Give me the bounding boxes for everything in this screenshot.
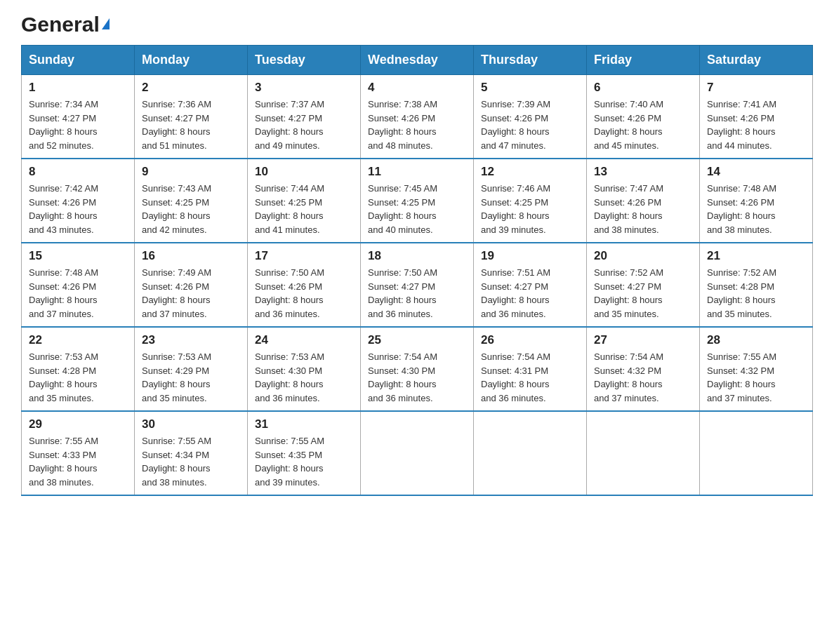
- logo: General: [21, 14, 110, 32]
- day-number: 13: [594, 165, 692, 179]
- calendar-table: SundayMondayTuesdayWednesdayThursdayFrid…: [21, 45, 813, 496]
- day-number: 4: [368, 81, 466, 95]
- header-tuesday: Tuesday: [248, 46, 361, 75]
- day-info: Sunrise: 7:50 AM Sunset: 4:27 PM Dayligh…: [368, 267, 437, 319]
- day-info: Sunrise: 7:38 AM Sunset: 4:26 PM Dayligh…: [368, 99, 437, 151]
- logo-triangle-icon: [102, 18, 110, 29]
- calendar-cell: 18 Sunrise: 7:50 AM Sunset: 4:27 PM Dayl…: [361, 243, 474, 327]
- calendar-cell: 8 Sunrise: 7:42 AM Sunset: 4:26 PM Dayli…: [22, 159, 135, 243]
- calendar-cell: 1 Sunrise: 7:34 AM Sunset: 4:27 PM Dayli…: [22, 75, 135, 159]
- day-number: 7: [707, 81, 805, 95]
- calendar-header-row: SundayMondayTuesdayWednesdayThursdayFrid…: [22, 46, 813, 75]
- day-info: Sunrise: 7:55 AM Sunset: 4:34 PM Dayligh…: [142, 436, 211, 488]
- day-number: 18: [368, 249, 466, 263]
- calendar-cell: 4 Sunrise: 7:38 AM Sunset: 4:26 PM Dayli…: [361, 75, 474, 159]
- day-number: 2: [142, 81, 240, 95]
- day-info: Sunrise: 7:52 AM Sunset: 4:28 PM Dayligh…: [707, 267, 776, 319]
- day-number: 27: [594, 333, 692, 347]
- calendar-week-row: 1 Sunrise: 7:34 AM Sunset: 4:27 PM Dayli…: [22, 75, 813, 159]
- day-info: Sunrise: 7:49 AM Sunset: 4:26 PM Dayligh…: [142, 267, 211, 319]
- calendar-cell: 15 Sunrise: 7:48 AM Sunset: 4:26 PM Dayl…: [22, 243, 135, 327]
- calendar-cell: 9 Sunrise: 7:43 AM Sunset: 4:25 PM Dayli…: [135, 159, 248, 243]
- calendar-cell: 22 Sunrise: 7:53 AM Sunset: 4:28 PM Dayl…: [22, 327, 135, 411]
- calendar-cell: 7 Sunrise: 7:41 AM Sunset: 4:26 PM Dayli…: [700, 75, 813, 159]
- day-number: 22: [29, 333, 127, 347]
- calendar-cell: 23 Sunrise: 7:53 AM Sunset: 4:29 PM Dayl…: [135, 327, 248, 411]
- calendar-cell: 13 Sunrise: 7:47 AM Sunset: 4:26 PM Dayl…: [587, 159, 700, 243]
- calendar-cell: 25 Sunrise: 7:54 AM Sunset: 4:30 PM Dayl…: [361, 327, 474, 411]
- day-number: 8: [29, 165, 127, 179]
- calendar-week-row: 22 Sunrise: 7:53 AM Sunset: 4:28 PM Dayl…: [22, 327, 813, 411]
- day-number: 14: [707, 165, 805, 179]
- calendar-cell: 26 Sunrise: 7:54 AM Sunset: 4:31 PM Dayl…: [474, 327, 587, 411]
- header-monday: Monday: [135, 46, 248, 75]
- calendar-cell: 6 Sunrise: 7:40 AM Sunset: 4:26 PM Dayli…: [587, 75, 700, 159]
- calendar-cell: 14 Sunrise: 7:48 AM Sunset: 4:26 PM Dayl…: [700, 159, 813, 243]
- calendar-cell: 16 Sunrise: 7:49 AM Sunset: 4:26 PM Dayl…: [135, 243, 248, 327]
- calendar-cell: [700, 411, 813, 495]
- calendar-cell: 28 Sunrise: 7:55 AM Sunset: 4:32 PM Dayl…: [700, 327, 813, 411]
- day-info: Sunrise: 7:45 AM Sunset: 4:25 PM Dayligh…: [368, 183, 437, 235]
- header-sunday: Sunday: [22, 46, 135, 75]
- day-info: Sunrise: 7:53 AM Sunset: 4:28 PM Dayligh…: [29, 351, 98, 403]
- day-info: Sunrise: 7:40 AM Sunset: 4:26 PM Dayligh…: [594, 99, 663, 151]
- day-number: 9: [142, 165, 240, 179]
- day-info: Sunrise: 7:53 AM Sunset: 4:29 PM Dayligh…: [142, 351, 211, 403]
- day-number: 29: [29, 417, 127, 431]
- day-info: Sunrise: 7:39 AM Sunset: 4:26 PM Dayligh…: [481, 99, 550, 151]
- day-info: Sunrise: 7:52 AM Sunset: 4:27 PM Dayligh…: [594, 267, 663, 319]
- calendar-cell: 2 Sunrise: 7:36 AM Sunset: 4:27 PM Dayli…: [135, 75, 248, 159]
- calendar-cell: [361, 411, 474, 495]
- day-info: Sunrise: 7:37 AM Sunset: 4:27 PM Dayligh…: [255, 99, 324, 151]
- header-wednesday: Wednesday: [361, 46, 474, 75]
- day-info: Sunrise: 7:55 AM Sunset: 4:35 PM Dayligh…: [255, 436, 324, 488]
- calendar-cell: 29 Sunrise: 7:55 AM Sunset: 4:33 PM Dayl…: [22, 411, 135, 495]
- calendar-week-row: 29 Sunrise: 7:55 AM Sunset: 4:33 PM Dayl…: [22, 411, 813, 495]
- calendar-cell: 27 Sunrise: 7:54 AM Sunset: 4:32 PM Dayl…: [587, 327, 700, 411]
- day-info: Sunrise: 7:42 AM Sunset: 4:26 PM Dayligh…: [29, 183, 98, 235]
- day-info: Sunrise: 7:44 AM Sunset: 4:25 PM Dayligh…: [255, 183, 324, 235]
- day-number: 11: [368, 165, 466, 179]
- calendar-cell: 17 Sunrise: 7:50 AM Sunset: 4:26 PM Dayl…: [248, 243, 361, 327]
- day-number: 16: [142, 249, 240, 263]
- calendar-cell: 30 Sunrise: 7:55 AM Sunset: 4:34 PM Dayl…: [135, 411, 248, 495]
- calendar-cell: 19 Sunrise: 7:51 AM Sunset: 4:27 PM Dayl…: [474, 243, 587, 327]
- day-info: Sunrise: 7:41 AM Sunset: 4:26 PM Dayligh…: [707, 99, 776, 151]
- day-info: Sunrise: 7:34 AM Sunset: 4:27 PM Dayligh…: [29, 99, 98, 151]
- calendar-cell: 5 Sunrise: 7:39 AM Sunset: 4:26 PM Dayli…: [474, 75, 587, 159]
- calendar-week-row: 8 Sunrise: 7:42 AM Sunset: 4:26 PM Dayli…: [22, 159, 813, 243]
- day-info: Sunrise: 7:54 AM Sunset: 4:32 PM Dayligh…: [594, 351, 663, 403]
- header: General: [21, 14, 813, 32]
- day-number: 30: [142, 417, 240, 431]
- day-number: 15: [29, 249, 127, 263]
- day-info: Sunrise: 7:48 AM Sunset: 4:26 PM Dayligh…: [707, 183, 776, 235]
- calendar-cell: 11 Sunrise: 7:45 AM Sunset: 4:25 PM Dayl…: [361, 159, 474, 243]
- day-number: 23: [142, 333, 240, 347]
- day-number: 12: [481, 165, 579, 179]
- calendar-cell: 12 Sunrise: 7:46 AM Sunset: 4:25 PM Dayl…: [474, 159, 587, 243]
- day-info: Sunrise: 7:48 AM Sunset: 4:26 PM Dayligh…: [29, 267, 98, 319]
- day-number: 20: [594, 249, 692, 263]
- day-number: 5: [481, 81, 579, 95]
- day-info: Sunrise: 7:47 AM Sunset: 4:26 PM Dayligh…: [594, 183, 663, 235]
- day-number: 25: [368, 333, 466, 347]
- day-number: 3: [255, 81, 353, 95]
- day-number: 19: [481, 249, 579, 263]
- calendar-cell: [474, 411, 587, 495]
- calendar-cell: 20 Sunrise: 7:52 AM Sunset: 4:27 PM Dayl…: [587, 243, 700, 327]
- day-number: 26: [481, 333, 579, 347]
- day-number: 31: [255, 417, 353, 431]
- day-info: Sunrise: 7:54 AM Sunset: 4:31 PM Dayligh…: [481, 351, 550, 403]
- logo-general: General: [21, 14, 100, 35]
- day-info: Sunrise: 7:43 AM Sunset: 4:25 PM Dayligh…: [142, 183, 211, 235]
- day-info: Sunrise: 7:55 AM Sunset: 4:33 PM Dayligh…: [29, 436, 98, 488]
- calendar-cell: [587, 411, 700, 495]
- day-info: Sunrise: 7:54 AM Sunset: 4:30 PM Dayligh…: [368, 351, 437, 403]
- day-number: 6: [594, 81, 692, 95]
- day-number: 1: [29, 81, 127, 95]
- day-info: Sunrise: 7:53 AM Sunset: 4:30 PM Dayligh…: [255, 351, 324, 403]
- header-thursday: Thursday: [474, 46, 587, 75]
- day-number: 10: [255, 165, 353, 179]
- calendar-cell: 31 Sunrise: 7:55 AM Sunset: 4:35 PM Dayl…: [248, 411, 361, 495]
- calendar-cell: 21 Sunrise: 7:52 AM Sunset: 4:28 PM Dayl…: [700, 243, 813, 327]
